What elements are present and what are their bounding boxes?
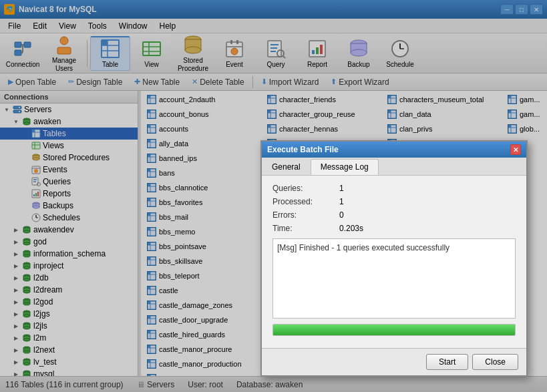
processed-value: 1 [339,197,344,206]
modal-overlay: Execute Batch File ✕ General Message Log… [0,0,547,392]
queries-value: 1 [339,184,344,193]
time-label: Time: [272,224,339,233]
start-button[interactable]: Start [426,354,468,370]
modal-close-button[interactable]: ✕ [510,144,521,155]
log-area[interactable]: [Msg] Finished - 1 queries executed succ… [272,238,516,319]
time-value: 0.203s [339,224,363,233]
time-row: Time: 0.203s [272,224,516,233]
progress-bar-container [272,324,516,336]
modal-content: Queries: 1 Processed: 1 Errors: 0 Time: … [262,176,526,348]
progress-bar-fill [273,325,515,335]
modal-tabs: General Message Log [262,158,526,176]
errors-label: Errors: [272,210,339,220]
queries-row: Queries: 1 [272,184,516,193]
processed-row: Processed: 1 [272,197,516,206]
tab-general[interactable]: General [262,159,311,175]
modal-title-bar: Execute Batch File ✕ [262,142,526,158]
errors-value: 0 [339,210,344,220]
queries-label: Queries: [272,184,339,193]
close-button-footer[interactable]: Close [472,354,518,370]
modal-title-text: Execute Batch File [267,145,339,154]
errors-row: Errors: 0 [272,210,516,220]
execute-batch-modal: Execute Batch File ✕ General Message Log… [260,140,528,377]
tab-message-log[interactable]: Message Log [311,159,379,175]
processed-label: Processed: [272,197,339,206]
log-message: [Msg] Finished - 1 queries executed succ… [277,243,449,252]
modal-footer: Start Close [262,348,526,375]
